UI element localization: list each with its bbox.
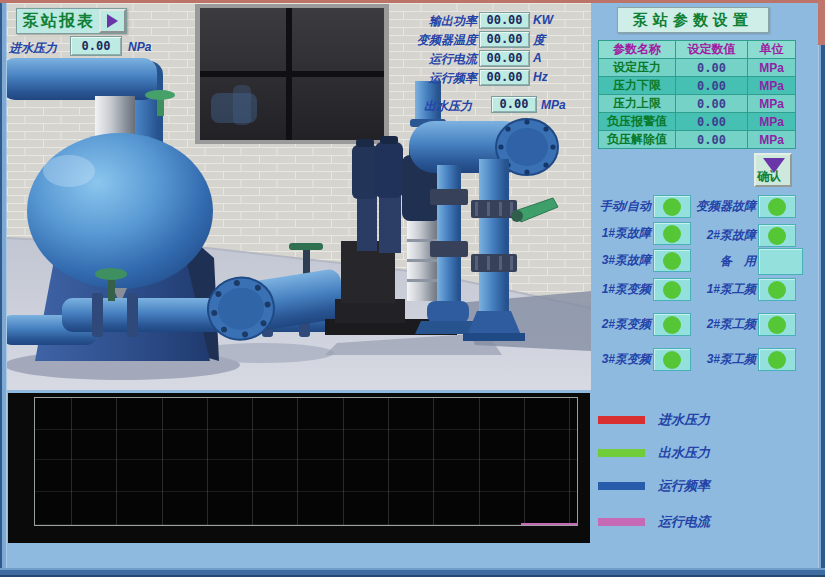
param-name: 设定压力 (599, 59, 676, 77)
param-value[interactable]: 0.00 (676, 95, 748, 113)
legend-swatch-red (598, 416, 645, 424)
status-lamp (758, 313, 796, 336)
lamp-dot (768, 198, 786, 216)
report-button[interactable]: 泵站报表 (16, 8, 127, 34)
lamp-dot (768, 281, 786, 299)
frame-right (818, 45, 825, 577)
corner-accent (818, 0, 825, 45)
confirm-label: 确认 (757, 168, 781, 185)
status-lamp (653, 195, 691, 218)
lamp-dot (768, 227, 786, 245)
param-name: 压力下限 (599, 77, 676, 95)
status-lamp (758, 348, 796, 371)
legend-item-run-frequency: 运行频率 (598, 477, 710, 495)
param-unit: MPa (748, 77, 796, 95)
inlet-pressure-unit: NPa (128, 40, 151, 54)
param-value[interactable]: 0.00 (676, 113, 748, 131)
param-unit: MPa (748, 95, 796, 113)
output-power-value: 00.00 (479, 12, 530, 29)
indicator-pump3-vfd: 3#泵变频 (597, 348, 691, 371)
lamp-dot (663, 316, 681, 334)
indicator-pump1-fault: 1#泵故障 (597, 222, 691, 245)
status-lamp (653, 222, 691, 245)
indicator-pump2-vfd: 2#泵变频 (597, 313, 691, 336)
status-lamp (653, 278, 691, 301)
output-power-unit: KW (533, 13, 553, 27)
status-lamp (653, 249, 691, 272)
output-power-label: 输出功率 (411, 13, 477, 30)
status-lamp (758, 248, 803, 275)
param-value[interactable]: 0.00 (676, 131, 748, 149)
inverter-temp-unit: 度 (533, 32, 545, 49)
trend-chart-panel (8, 393, 590, 543)
run-frequency-value: 00.00 (479, 69, 530, 86)
parameter-table: 参数名称 设定数值 单位 设定压力 0.00 MPa 压力下限 0.00 MPa… (598, 40, 796, 149)
lamp-dot (663, 252, 681, 270)
legend-item-run-current: 运行电流 (598, 513, 710, 531)
report-button-label: 泵站报表 (17, 9, 99, 33)
hmi-screen: 泵站报表 进水压力 0.00 NPa 输出功率 00.00 KW 变频器温度 0… (0, 0, 825, 577)
param-name: 负压报警值 (599, 113, 676, 131)
settings-panel-title: 泵站参数设置 (617, 7, 769, 33)
indicator-pump1-vfd: 1#泵变频 (597, 278, 691, 301)
play-icon[interactable] (99, 9, 126, 33)
table-row: 负压报警值 0.00 MPa (599, 113, 796, 131)
outlet-pressure-label: 出水压力 (424, 98, 472, 115)
legend-swatch-blue (598, 482, 645, 490)
param-unit: MPa (748, 131, 796, 149)
run-current-trace (521, 523, 578, 525)
top-accent-line (0, 0, 825, 3)
lamp-dot (663, 225, 681, 243)
table-row: 负压解除值 0.00 MPa (599, 131, 796, 149)
header-unit: 单位 (748, 41, 796, 59)
legend-item-inlet-pressure: 进水压力 (598, 411, 710, 429)
run-frequency-label: 运行频率 (411, 70, 477, 87)
lamp-dot (663, 281, 681, 299)
param-value[interactable]: 0.00 (676, 59, 748, 77)
outlet-pressure-unit: MPa (541, 98, 566, 112)
run-current-label: 运行电流 (411, 51, 477, 68)
window (195, 4, 389, 144)
param-value[interactable]: 0.00 (676, 77, 748, 95)
indicator-spare: 备 用 (690, 248, 803, 275)
indicator-pump2-mains: 2#泵工频 (690, 313, 796, 336)
indicator-pump2-fault: 2#泵故障 (690, 224, 796, 247)
table-row: 设定压力 0.00 MPa (599, 59, 796, 77)
inlet-pressure-label: 进水压力 (9, 40, 57, 57)
run-current-value: 00.00 (479, 50, 530, 67)
status-lamp (653, 348, 691, 371)
lamp-dot (663, 351, 681, 369)
table-row: 压力下限 0.00 MPa (599, 77, 796, 95)
indicator-inverter-fault: 变频器故障 (690, 195, 796, 218)
outlet-pressure-value: 0.00 (491, 96, 537, 113)
indicator-pump3-fault: 3#泵故障 (597, 249, 691, 272)
run-current-unit: A (533, 51, 542, 65)
inlet-pressure-value: 0.00 (70, 36, 122, 56)
lamp-dot (663, 198, 681, 216)
status-lamp (653, 313, 691, 336)
inverter-temp-value: 00.00 (479, 31, 530, 48)
param-unit: MPa (748, 59, 796, 77)
play-triangle-icon (107, 14, 118, 28)
header-param-name: 参数名称 (599, 41, 676, 59)
confirm-button[interactable]: 确认 (754, 153, 792, 187)
legend-item-outlet-pressure: 出水压力 (598, 444, 710, 462)
indicator-manual-auto: 手动/自动 (597, 195, 691, 218)
param-name: 压力上限 (599, 95, 676, 113)
frame-left (0, 3, 7, 577)
lamp-dot (768, 351, 786, 369)
param-name: 负压解除值 (599, 131, 676, 149)
frame-bottom (0, 568, 825, 577)
indicator-pump3-mains: 3#泵工频 (690, 348, 796, 371)
legend-swatch-magenta (598, 518, 645, 526)
status-lamp (758, 278, 796, 301)
indicator-pump1-mains: 1#泵工频 (690, 278, 796, 301)
table-header-row: 参数名称 设定数值 单位 (599, 41, 796, 59)
status-lamp (758, 195, 796, 218)
status-lamp (758, 224, 796, 247)
legend-swatch-green (598, 449, 645, 457)
lamp-dot (768, 316, 786, 334)
trend-plot-area (34, 397, 578, 526)
table-row: 压力上限 0.00 MPa (599, 95, 796, 113)
header-set-value: 设定数值 (676, 41, 748, 59)
